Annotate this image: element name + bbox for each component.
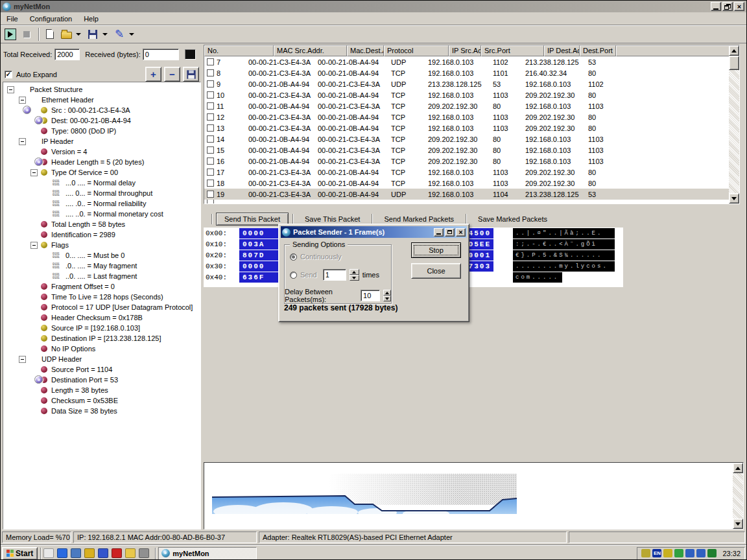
tree-item[interactable]: IP Header [3, 136, 200, 146]
open-dropdown-icon[interactable] [76, 33, 81, 36]
delay-input[interactable] [361, 290, 380, 301]
tray-icon[interactable] [685, 549, 694, 557]
column-header[interactable]: Mac.Dest.Add. [347, 45, 384, 56]
remove-button[interactable]: − [164, 67, 180, 82]
row-checkbox[interactable] [207, 124, 214, 132]
tray-icon[interactable] [707, 549, 717, 557]
quicklaunch-icon[interactable] [139, 548, 149, 558]
table-row[interactable]: 10 00-00-21-C3-E4-3A 00-00-21-0B-A4-94 T… [204, 89, 739, 100]
tree-item[interactable]: UDP Header [3, 354, 200, 364]
tree-item[interactable]: Header Checksum = 0x178B [3, 312, 200, 323]
add-button[interactable]: + [145, 67, 161, 82]
quicklaunch-icon[interactable] [112, 548, 122, 558]
new-file-button[interactable] [42, 27, 58, 42]
close-button[interactable]: × [734, 2, 744, 11]
tree-item[interactable]: .... ..0. = Normal monetary cost [3, 209, 200, 219]
column-header[interactable]: Protocol [384, 45, 449, 56]
tree-item[interactable]: No IP Options [3, 344, 200, 354]
restore-button[interactable] [722, 2, 733, 11]
start-button[interactable]: Start [2, 547, 38, 560]
send-times-radio[interactable] [290, 272, 297, 279]
pen-dropdown-icon[interactable] [129, 33, 134, 36]
table-row[interactable]: 12 00-00-21-C3-E4-3A 00-00-21-0B-A4-94 T… [204, 111, 739, 122]
collapse-toggle-icon[interactable] [19, 356, 26, 363]
row-checkbox[interactable] [207, 191, 214, 198]
row-checkbox[interactable] [207, 200, 214, 204]
row-checkbox[interactable] [207, 102, 214, 110]
row-checkbox[interactable] [207, 69, 214, 76]
tree-item[interactable]: .... .0.. = Normal reliability [3, 198, 200, 209]
column-header[interactable]: Src.Port [481, 45, 544, 56]
dialog-minimize-button[interactable] [434, 228, 444, 237]
tree-item[interactable]: Destination Port = 53 [3, 375, 200, 385]
scroll-up-icon[interactable] [729, 45, 739, 56]
column-header[interactable]: IP Src.Addr. [449, 45, 481, 56]
tree-item[interactable]: .... 0... = Normal throughput [3, 188, 200, 198]
quicklaunch-icon[interactable] [125, 548, 136, 558]
table-row[interactable]: 17 00-00-21-C3-E4-3A 00-00-21-0B-A4-94 T… [204, 167, 739, 178]
tree-item[interactable]: Data Size = 38 bytes [3, 406, 200, 416]
scroll-up-icon[interactable] [733, 463, 743, 473]
dialog-maximize-button[interactable] [445, 228, 455, 237]
save-dropdown-icon[interactable] [102, 33, 108, 36]
table-row[interactable]: 8 00-00-21-C3-E4-3A 00-00-21-0B-A4-94 TC… [204, 67, 739, 78]
tree-item[interactable]: Protocol = 17 UDP [User Datagram Protoco… [3, 302, 200, 312]
row-checkbox[interactable] [207, 158, 214, 165]
save-file-button[interactable] [85, 27, 101, 42]
task-button-mynetmon[interactable]: myNetMon [158, 547, 257, 560]
table-row[interactable]: 7 00-00-21-C3-E4-3A 00-00-21-0B-A4-94 UD… [204, 56, 739, 67]
column-header[interactable]: No. [204, 45, 274, 56]
tree-item[interactable]: ...0 .... = Normal delay [3, 178, 200, 188]
row-checkbox[interactable] [207, 113, 214, 121]
collapse-toggle-icon[interactable] [30, 242, 38, 249]
row-checkbox[interactable] [207, 91, 214, 99]
tree-item[interactable]: Total Length = 58 bytes [3, 219, 200, 229]
menu-item[interactable]: File [1, 14, 24, 24]
tray-icon[interactable]: EN [652, 549, 661, 557]
quicklaunch-icon[interactable] [84, 548, 95, 558]
menu-item[interactable]: Help [78, 14, 104, 24]
tree-item[interactable]: Checksum = 0x53BE [3, 395, 200, 406]
tree-item[interactable]: Src : 00-00-21-C3-E4-3A [3, 105, 200, 115]
tree-item[interactable]: Header Length = 5 (20 bytes) [3, 157, 200, 167]
tree-item[interactable]: .0.. .... = May fragment [3, 261, 200, 271]
tree-item[interactable]: Ethernet Header [3, 95, 200, 105]
row-checkbox[interactable] [207, 146, 214, 154]
tray-icon[interactable] [663, 549, 672, 557]
save-list-button[interactable] [183, 67, 199, 82]
quicklaunch-icon[interactable] [98, 548, 108, 558]
menu-item[interactable]: Configuration [24, 14, 78, 24]
collapse-toggle-icon[interactable] [19, 138, 26, 145]
tree-item[interactable]: Packet Structure [3, 84, 200, 95]
delay-spinner[interactable] [383, 290, 391, 301]
continuously-radio[interactable] [290, 253, 297, 261]
row-checkbox[interactable] [207, 80, 214, 88]
received-bytes-input[interactable] [143, 49, 179, 60]
dialog-close-button[interactable]: × [456, 228, 466, 237]
start-capture-button[interactable] [3, 27, 18, 42]
table-row[interactable]: 16 00-00-21-0B-A4-94 00-00-21-C3-E4-3A T… [204, 156, 739, 167]
stop-capture-button[interactable] [19, 27, 34, 42]
tree-item[interactable]: Length = 38 bytes [3, 385, 200, 395]
tree-item[interactable]: Source IP = [192.168.0.103] [3, 323, 200, 333]
scrollbar-thumb[interactable] [729, 56, 739, 70]
table-row[interactable]: 9 00-00-21-0B-A4-94 00-00-21-C3-E4-3A UD… [204, 78, 739, 89]
color-swatch[interactable] [185, 49, 196, 60]
collapse-toggle-icon[interactable] [30, 169, 38, 176]
tree-item[interactable]: Dest: 00-00-21-0B-A4-94 [3, 115, 200, 126]
tree-item[interactable]: Source Port = 1104 [3, 364, 200, 375]
table-row[interactable]: 11 00-00-21-0B-A4-94 00-00-21-C3-E4-3A T… [204, 100, 739, 111]
column-header[interactable]: IP Dest.Addr. [544, 45, 580, 56]
column-header[interactable]: MAC Src.Addr. [274, 45, 347, 56]
row-checkbox[interactable] [207, 169, 214, 176]
table-row[interactable]: 18 00-00-21-C3-E4-3A 00-00-21-0B-A4-94 T… [204, 178, 739, 189]
tree-item[interactable]: Time To Live = 128 hops (Seconds) [3, 292, 200, 302]
tree-item[interactable]: Flags [3, 240, 200, 250]
minimize-button[interactable] [711, 2, 721, 11]
row-checkbox[interactable] [207, 135, 214, 143]
collapse-toggle-icon[interactable] [7, 86, 14, 93]
row-checkbox[interactable] [207, 180, 214, 187]
tree-item[interactable]: Destination IP = [213.238.128.125] [3, 333, 200, 344]
action-button[interactable]: Save Marked Packets [470, 213, 555, 225]
tree-item[interactable]: Version = 4 [3, 146, 200, 157]
